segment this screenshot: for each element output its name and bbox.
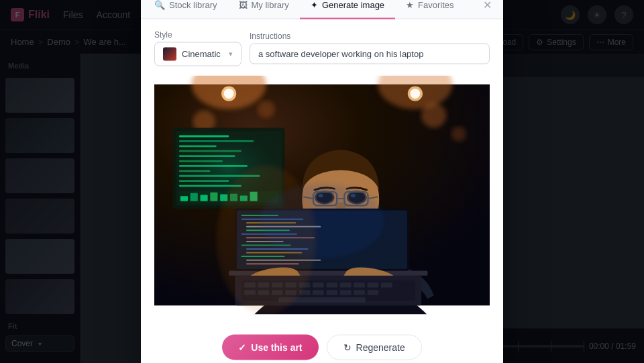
svg-rect-71	[340, 290, 352, 295]
tab-stock-library-label: Stock library	[169, 0, 217, 9]
svg-rect-69	[313, 290, 324, 295]
svg-rect-61	[354, 282, 365, 287]
modal-footer: ✓ Use this art ↻ Regenerate	[141, 325, 503, 363]
svg-rect-72	[354, 290, 365, 295]
generated-image-container	[154, 75, 490, 314]
tab-generate-image-label: Generate image	[322, 0, 384, 9]
svg-point-93	[217, 165, 316, 314]
instructions-label: Instructions	[250, 32, 490, 41]
tab-generate-image[interactable]: ✦ Generate image	[300, 0, 395, 19]
svg-point-5	[224, 89, 234, 99]
style-select-dropdown[interactable]: Cinematic ▾	[154, 42, 241, 66]
image-icon: 🖼	[239, 0, 248, 9]
svg-rect-62	[368, 282, 379, 287]
style-group: Style Cinematic ▾	[154, 30, 241, 66]
style-thumbnail	[163, 47, 176, 60]
svg-rect-73	[368, 290, 379, 295]
modal-close-button[interactable]: ✕	[479, 0, 495, 13]
svg-rect-60	[340, 282, 352, 287]
sparkle-icon: ✦	[311, 0, 318, 9]
svg-point-6	[410, 89, 420, 99]
tab-favorites[interactable]: ★ Favorites	[395, 0, 464, 19]
regenerate-label: Regenerate	[356, 342, 405, 352]
regenerate-button[interactable]: ↻ Regenerate	[327, 334, 422, 360]
svg-rect-63	[381, 282, 392, 287]
svg-point-9	[421, 103, 446, 127]
tab-my-library[interactable]: 🖼 My library	[228, 0, 300, 19]
generate-image-modal: 🔍 Stock library 🖼 My library ✦ Generate …	[141, 0, 503, 363]
generated-image-svg	[154, 75, 490, 314]
svg-point-8	[258, 100, 275, 117]
svg-rect-58	[313, 282, 324, 287]
use-art-button[interactable]: ✓ Use this art	[222, 334, 318, 360]
modal-controls: Style Cinematic ▾ Instructions	[154, 30, 490, 66]
instructions-group: Instructions	[250, 32, 490, 64]
style-label: Style	[154, 30, 241, 39]
svg-rect-70	[326, 290, 337, 295]
svg-point-10	[451, 126, 466, 141]
tab-my-library-label: My library	[252, 0, 289, 9]
check-icon: ✓	[238, 342, 246, 352]
tab-favorites-label: Favorites	[418, 0, 453, 9]
use-art-label: Use this art	[251, 342, 302, 352]
regenerate-icon: ↻	[343, 342, 352, 352]
modal-tabs: 🔍 Stock library 🖼 My library ✦ Generate …	[141, 0, 503, 19]
star-icon: ★	[406, 0, 414, 9]
style-chevron-icon: ▾	[229, 50, 233, 58]
style-value: Cinematic	[182, 49, 221, 59]
instructions-input[interactable]	[250, 44, 490, 64]
tab-stock-library[interactable]: 🔍 Stock library	[144, 0, 228, 19]
modal-body: Style Cinematic ▾ Instructions	[141, 19, 503, 325]
search-icon: 🔍	[154, 0, 165, 9]
svg-rect-59	[326, 282, 337, 287]
